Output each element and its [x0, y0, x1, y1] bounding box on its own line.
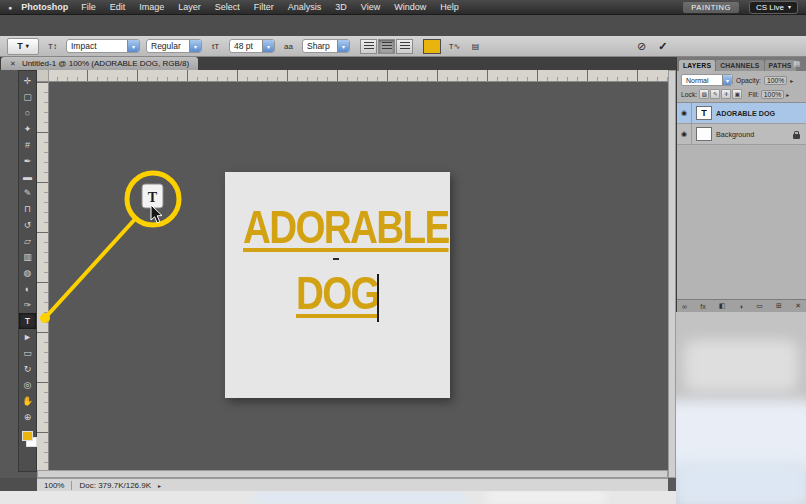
font-family-select[interactable]: Impact ▾ — [66, 39, 140, 53]
cs-live-button[interactable]: CS Live ▾ — [749, 1, 798, 14]
hand-tool[interactable]: ✋ — [19, 393, 36, 409]
menu-item[interactable]: Analysis — [281, 2, 329, 12]
zoom-level-field[interactable]: 100% — [44, 481, 64, 490]
chevron-down-icon: ▾ — [26, 43, 29, 49]
tool-options-bar: T ▾ T↕ Impact ▾ Regular ▾ tT 48 pt ▾ aa … — [0, 36, 806, 57]
shape-tool[interactable]: ▭ — [19, 345, 36, 361]
history-brush-tool[interactable]: ↺ — [19, 217, 36, 233]
menu-item[interactable]: Layer — [171, 2, 208, 12]
chevron-down-icon[interactable]: ▾ — [262, 40, 274, 52]
link-layers-icon[interactable]: ∞ — [682, 303, 687, 310]
3d-camera-tool[interactable]: ◎ — [19, 377, 36, 393]
lock-paint-icon[interactable]: ✎ — [710, 89, 720, 99]
opacity-label: Opacity: — [736, 77, 761, 84]
chevron-down-icon[interactable]: ▾ — [722, 75, 732, 85]
layer-group-icon[interactable]: ▭ — [756, 302, 763, 310]
gradient-tool[interactable]: ▥ — [19, 249, 36, 265]
zoom-tool[interactable]: ⊕ — [19, 409, 36, 425]
chevron-down-icon[interactable]: ▾ — [337, 40, 349, 52]
menu-item[interactable]: File — [74, 2, 103, 12]
layer-row-adorable-dog[interactable]: ◉ T ADORABLE DOG — [677, 103, 806, 124]
commit-edits-button[interactable]: ✓ — [658, 40, 667, 53]
menu-item[interactable]: Edit — [103, 2, 133, 12]
lasso-tool[interactable]: ○ — [19, 105, 36, 121]
font-size-select[interactable]: 48 pt ▾ — [229, 39, 275, 53]
chevron-down-icon[interactable]: ▾ — [189, 40, 201, 52]
rectangular-marquee-tool[interactable]: ▢ — [19, 89, 36, 105]
adjustment-layer-icon[interactable]: ◑ — [739, 303, 743, 310]
lock-position-icon[interactable]: ✛ — [721, 89, 731, 99]
close-icon[interactable]: ✕ — [10, 60, 16, 68]
app-frame-strip — [0, 15, 806, 37]
text-layer-thumbnail[interactable]: T — [696, 106, 712, 120]
quick-selection-tool[interactable]: ✦ — [19, 121, 36, 137]
app-menu[interactable]: Photoshop — [21, 2, 68, 12]
toggle-panels-icon[interactable]: ▤ — [468, 39, 483, 54]
cancel-edits-button[interactable]: ⊘ — [637, 40, 646, 53]
document-canvas[interactable]: ADORABLE DOG — [225, 172, 450, 398]
panel-menu-icon[interactable]: ▤ — [793, 60, 800, 68]
lock-icon — [793, 134, 800, 139]
menu-item[interactable]: Help — [433, 2, 466, 12]
visibility-eye-icon[interactable]: ◉ — [677, 124, 692, 144]
blur-tool[interactable]: ◍ — [19, 265, 36, 281]
tab-layers[interactable]: LAYERS — [679, 60, 715, 71]
text-color-swatch[interactable] — [423, 39, 441, 54]
align-center-button[interactable] — [378, 39, 395, 54]
chevron-right-icon[interactable]: ▸ — [158, 482, 161, 489]
foreground-color-swatch[interactable] — [22, 431, 33, 441]
horizontal-scrollbar[interactable] — [37, 470, 668, 478]
color-swatches — [19, 428, 36, 452]
menu-item[interactable]: View — [354, 2, 387, 12]
lock-all-icon[interactable]: ▣ — [732, 89, 742, 99]
eyedropper-tool[interactable]: ✒ — [19, 153, 36, 169]
font-style-select[interactable]: Regular ▾ — [146, 39, 202, 53]
dodge-tool[interactable]: ◐ — [19, 281, 36, 297]
opacity-value[interactable]: 100% — [764, 76, 787, 85]
menu-items: FileEditImageLayerSelectFilterAnalysis3D… — [74, 2, 466, 12]
tool-preset-picker[interactable]: T ▾ — [7, 38, 39, 55]
anti-alias-select[interactable]: Sharp ▾ — [302, 39, 350, 53]
text-orientation-icon[interactable]: T↕ — [45, 39, 60, 54]
background-layer-thumbnail[interactable] — [696, 127, 712, 141]
layer-name[interactable]: Background — [716, 130, 754, 139]
document-tab[interactable]: ✕ Untitled-1 @ 100% (ADORABLE DOG, RGB/8… — [1, 57, 198, 70]
spot-healing-brush-tool[interactable]: ▬ — [19, 169, 36, 185]
lock-transparency-icon[interactable]: ▧ — [699, 89, 709, 99]
menu-item[interactable]: Window — [387, 2, 433, 12]
3d-rotate-tool[interactable]: ↻ — [19, 361, 36, 377]
chevron-right-icon[interactable]: ▸ — [786, 91, 789, 98]
align-right-button[interactable] — [396, 39, 413, 54]
blend-mode-select[interactable]: Normal ▾ — [681, 74, 733, 86]
workspace-switcher-button[interactable]: PAINTING — [683, 2, 739, 13]
chevron-down-icon[interactable]: ▾ — [127, 40, 139, 52]
clone-stamp-tool[interactable]: ⊓ — [19, 201, 36, 217]
path-selection-tool[interactable]: ► — [19, 329, 36, 345]
new-layer-icon[interactable]: ⊞ — [776, 302, 782, 310]
warp-text-icon[interactable]: T∿ — [447, 39, 462, 54]
move-tool[interactable]: ✛ — [19, 73, 36, 89]
tab-paths[interactable]: PATHS — [765, 60, 796, 71]
chevron-right-icon[interactable]: ▸ — [790, 77, 793, 84]
tab-channels[interactable]: CHANNELS — [716, 60, 763, 71]
vertical-scrollbar[interactable] — [668, 70, 676, 478]
menu-item[interactable]: 3D — [328, 2, 354, 12]
delete-layer-icon[interactable]: ✕ — [795, 302, 801, 310]
layer-mask-icon[interactable]: ◧ — [719, 302, 726, 310]
pen-tool[interactable]: ✑ — [19, 297, 36, 313]
menu-item[interactable]: Image — [132, 2, 171, 12]
fill-value[interactable]: 100% — [761, 90, 784, 99]
brush-tool[interactable]: ✎ — [19, 185, 36, 201]
horizontal-ruler — [37, 70, 668, 82]
menu-item[interactable]: Select — [208, 2, 247, 12]
eraser-tool[interactable]: ▱ — [19, 233, 36, 249]
menu-item[interactable]: Filter — [247, 2, 281, 12]
apple-menu-icon[interactable]: ● — [8, 4, 12, 11]
layer-style-icon[interactable]: fx — [700, 303, 705, 310]
type-tool[interactable]: T — [19, 313, 36, 329]
align-left-button[interactable] — [360, 39, 377, 54]
visibility-eye-icon[interactable]: ◉ — [677, 103, 692, 123]
crop-tool[interactable]: # — [19, 137, 36, 153]
layer-name[interactable]: ADORABLE DOG — [716, 109, 775, 118]
layer-row-background[interactable]: ◉ Background — [677, 124, 806, 145]
